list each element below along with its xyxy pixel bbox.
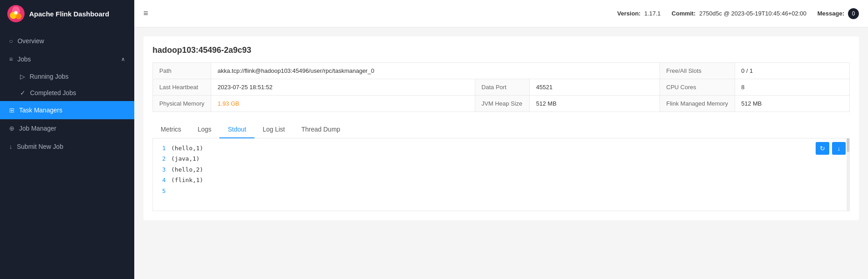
- scrollbar[interactable]: [847, 138, 849, 211]
- data-port-value: 45521: [529, 79, 660, 96]
- cpu-cores-label: CPU Cores: [660, 79, 735, 96]
- tab-stdout[interactable]: Stdout: [219, 121, 254, 138]
- code-line: [171, 186, 203, 196]
- physical-memory-value: 1.93 GB: [211, 96, 475, 112]
- message-badge[interactable]: 0: [848, 8, 859, 19]
- line-num: 4: [158, 175, 166, 185]
- sidebar-item-label: Completed Jobs: [30, 89, 76, 96]
- table-row: Last Heartbeat 2023-07-25 18:51:52 Data …: [153, 79, 850, 96]
- refresh-button[interactable]: ↻: [816, 142, 829, 155]
- line-content: (hello,1) (java,1) (hello,2) (flink,1): [171, 143, 203, 196]
- tab-thread-dump[interactable]: Thread Dump: [293, 121, 349, 138]
- main-content: ≡ Version: 1.17.1 Commit: 2750d5c @ 2023…: [134, 0, 868, 279]
- topbar: ≡ Version: 1.17.1 Commit: 2750d5c @ 2023…: [134, 0, 868, 27]
- code-line: (java,1): [171, 153, 203, 164]
- chevron-up-icon: ∧: [121, 56, 125, 62]
- sidebar-item-label: Overview: [17, 37, 44, 45]
- message-count: 0: [852, 10, 855, 17]
- flink-logo-icon: [7, 5, 25, 22]
- topbar-version-info: Version: 1.17.1 Commit: 2750d5c @ 2023-0…: [617, 8, 859, 19]
- data-port-label: Data Port: [475, 79, 529, 96]
- tab-metrics[interactable]: Metrics: [152, 121, 189, 138]
- taskmanager-id: hadoop103:45496-2a9c93: [152, 46, 850, 55]
- svg-point-4: [14, 11, 18, 15]
- scrollbar-thumb[interactable]: [847, 138, 849, 152]
- line-num: 1: [158, 143, 166, 153]
- line-num: 5: [158, 186, 166, 196]
- sidebar-header: Apache Flink Dashboard: [0, 0, 134, 27]
- tabs: Metrics Logs Stdout Log List Thread Dump: [152, 121, 850, 138]
- free-slots-value: 0 / 1: [735, 63, 849, 79]
- app-title: Apache Flink Dashboard: [29, 10, 109, 18]
- version-value: 1.17.1: [644, 10, 660, 17]
- task-managers-icon: ⊞: [9, 107, 15, 114]
- heartbeat-label: Last Heartbeat: [153, 79, 211, 96]
- cpu-cores-value: 8: [735, 79, 849, 96]
- sidebar-item-label: Running Jobs: [30, 73, 69, 80]
- line-num: 2: [158, 153, 166, 164]
- code-lines: 1 2 3 4 5 (hello,1) (java,1) (hello,2) (…: [153, 138, 849, 201]
- overview-icon: ○: [9, 37, 13, 45]
- sidebar-item-jobs[interactable]: ≡ Jobs ∧: [0, 50, 134, 68]
- version-label: Version:: [617, 10, 640, 17]
- jvm-heap-value: 512 MB: [529, 96, 660, 112]
- line-numbers: 1 2 3 4 5: [153, 143, 171, 196]
- code-toolbar: ↻ ↓: [816, 142, 846, 155]
- sidebar-item-submit-new-job[interactable]: ↓ Submit New Job: [0, 137, 134, 156]
- sidebar-item-label: Task Managers: [19, 107, 62, 114]
- line-num: 3: [158, 164, 166, 175]
- message-label: Message:: [817, 10, 844, 17]
- commit-value: 2750d5c @ 2023-05-19T10:45:46+02:00: [699, 10, 806, 17]
- flink-memory-label: Flink Managed Memory: [660, 96, 735, 112]
- sidebar-item-job-manager[interactable]: ⊕ Job Manager: [0, 119, 134, 137]
- sidebar-item-label: Jobs: [17, 56, 31, 63]
- table-row: Physical Memory 1.93 GB JVM Heap Size 51…: [153, 96, 850, 112]
- sidebar-nav: ○ Overview ≡ Jobs ∧ ▷ Running Jobs ✓ Com…: [0, 27, 134, 279]
- menu-icon[interactable]: ≡: [143, 9, 148, 18]
- heartbeat-value: 2023-07-25 18:51:52: [211, 79, 475, 96]
- sidebar-item-running-jobs[interactable]: ▷ Running Jobs: [0, 68, 134, 85]
- sidebar-item-label: Job Manager: [19, 125, 56, 132]
- completed-jobs-icon: ✓: [20, 89, 25, 96]
- download-button[interactable]: ↓: [832, 142, 846, 155]
- path-value: akka.tcp://flink@hadoop103:45496/user/rp…: [211, 63, 660, 79]
- path-label: Path: [153, 63, 211, 79]
- jvm-heap-label: JVM Heap Size: [475, 96, 529, 112]
- sidebar-item-overview[interactable]: ○ Overview: [0, 32, 134, 50]
- job-manager-icon: ⊕: [9, 125, 15, 132]
- tab-logs[interactable]: Logs: [189, 121, 219, 138]
- info-table: Path akka.tcp://flink@hadoop103:45496/us…: [152, 62, 850, 112]
- sidebar-item-label: Submit New Job: [17, 143, 63, 150]
- sidebar-item-completed-jobs[interactable]: ✓ Completed Jobs: [0, 85, 134, 101]
- free-slots-label: Free/All Slots: [660, 63, 735, 79]
- tab-log-list[interactable]: Log List: [254, 121, 293, 138]
- code-line: (hello,1): [171, 143, 203, 153]
- sidebar-item-task-managers[interactable]: ⊞ Task Managers: [0, 101, 134, 119]
- table-row: Path akka.tcp://flink@hadoop103:45496/us…: [153, 63, 850, 79]
- commit-label: Commit:: [672, 10, 696, 17]
- sidebar: Apache Flink Dashboard ○ Overview ≡ Jobs…: [0, 0, 134, 279]
- jobs-icon: ≡: [9, 56, 13, 63]
- code-line: (hello,2): [171, 164, 203, 175]
- stdout-output: ↻ ↓ 1 2 3 4 5 (hello,1) (java,1) (hello,…: [152, 138, 850, 211]
- submit-job-icon: ↓: [9, 143, 12, 150]
- running-jobs-icon: ▷: [20, 73, 25, 80]
- content-area: hadoop103:45496-2a9c93 Path akka.tcp://f…: [134, 27, 868, 279]
- taskmanager-card: hadoop103:45496-2a9c93 Path akka.tcp://f…: [143, 36, 859, 220]
- flink-memory-value: 512 MB: [735, 96, 849, 112]
- physical-memory-label: Physical Memory: [153, 96, 211, 112]
- code-line: (flink,1): [171, 175, 203, 185]
